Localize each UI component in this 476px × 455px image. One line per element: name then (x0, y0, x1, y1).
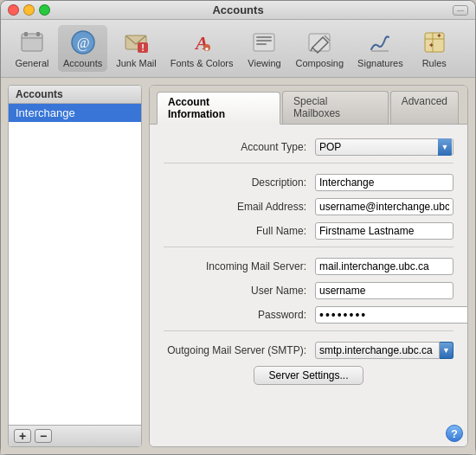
title-bar: Accounts — (1, 1, 475, 20)
rules-label: Rules (422, 58, 447, 68)
username-input[interactable] (315, 282, 453, 299)
tab-special-mailboxes-label: Special Mailboxes (293, 95, 340, 119)
email-label: Email Address: (164, 201, 315, 213)
remove-account-button[interactable]: − (35, 429, 52, 443)
account-type-label: Account Type: (164, 141, 315, 153)
tab-special-mailboxes[interactable]: Special Mailboxes (282, 91, 389, 124)
signatures-icon (366, 29, 394, 56)
description-row: Description: (164, 174, 453, 191)
general-icon (18, 29, 46, 56)
fonts-icon: A ● (188, 29, 215, 56)
sidebar-list: Interchange (9, 104, 141, 425)
sidebar-item-label: Interchange (16, 106, 75, 119)
toolbar-signatures[interactable]: Signatures (352, 25, 408, 72)
password-label: Password: (164, 309, 315, 321)
sidebar: Accounts Interchange + − (8, 85, 142, 447)
toolbar-junkmail[interactable]: ! Junk Mail (111, 25, 161, 72)
fullname-label: Full Name: (164, 225, 315, 237)
email-input[interactable] (315, 198, 453, 215)
sidebar-footer: + − (9, 425, 141, 446)
fonts-label: Fonts & Colors (170, 58, 234, 68)
svg-rect-17 (256, 43, 267, 45)
description-input[interactable] (315, 174, 453, 191)
junkmail-label: Junk Mail (116, 58, 156, 68)
svg-text:●: ● (205, 45, 209, 53)
toolbar-rules[interactable]: ✦ ✦ Rules (412, 25, 457, 72)
svg-rect-2 (36, 32, 40, 36)
description-label: Description: (164, 176, 315, 189)
incoming-server-label: Incoming Mail Server: (164, 260, 315, 272)
resize-button[interactable]: — (453, 5, 468, 16)
window-controls (8, 4, 50, 16)
toolbar-composing[interactable]: Composing (290, 25, 349, 72)
content-area: Accounts Interchange + − Account Informa… (1, 78, 475, 454)
svg-rect-0 (22, 34, 42, 51)
help-button[interactable]: ? (446, 425, 463, 442)
composing-label: Composing (295, 58, 344, 68)
toolbar: General @ Accounts ! Junk Mail (1, 20, 475, 78)
email-row: Email Address: (164, 198, 453, 215)
tab-content: Account Type: POP IMAP ▼ Description: (150, 124, 467, 446)
fullname-input[interactable] (315, 222, 453, 240)
main-window: Accounts — General @ (0, 0, 476, 455)
smtp-wrapper: smtp.interchange.ubc.ca ▼ (315, 342, 453, 359)
password-row: Password: (164, 306, 453, 324)
toolbar-accounts[interactable]: @ Accounts (58, 25, 107, 72)
toolbar-general[interactable]: General (10, 25, 55, 72)
account-type-select[interactable]: POP IMAP (315, 138, 453, 156)
divider-3 (164, 330, 453, 331)
account-type-row: Account Type: POP IMAP ▼ (164, 138, 453, 156)
incoming-server-row: Incoming Mail Server: (164, 258, 453, 275)
svg-rect-15 (256, 36, 272, 38)
svg-text:✦: ✦ (436, 32, 442, 40)
password-input[interactable] (315, 306, 467, 324)
smtp-select[interactable]: smtp.interchange.ubc.ca (315, 342, 440, 359)
tab-bar: Account Information Special Mailboxes Ad… (150, 86, 467, 124)
svg-rect-1 (24, 32, 28, 36)
add-account-button[interactable]: + (14, 429, 31, 443)
svg-text:@: @ (76, 35, 89, 51)
divider-2 (164, 247, 453, 247)
svg-text:✦: ✦ (428, 42, 434, 49)
account-type-wrapper: POP IMAP ▼ (315, 138, 453, 156)
sidebar-header: Accounts (9, 86, 141, 104)
viewing-icon (250, 29, 278, 56)
svg-text:!: ! (142, 42, 145, 53)
smtp-arrow[interactable]: ▼ (440, 342, 453, 359)
tab-account-information-label: Account Information (168, 96, 225, 120)
accounts-label: Accounts (63, 58, 102, 68)
main-panel: Account Information Special Mailboxes Ad… (149, 85, 468, 447)
junkmail-icon: ! (122, 29, 150, 56)
title-bar-right: — (453, 5, 468, 16)
smtp-row: Outgoing Mail Server (SMTP): smtp.interc… (164, 342, 453, 359)
server-settings-button[interactable]: Server Settings... (254, 366, 363, 385)
server-settings-container: Server Settings... (164, 366, 453, 385)
composing-icon (306, 29, 333, 56)
tab-account-information[interactable]: Account Information (157, 92, 280, 125)
window-title: Accounts (212, 3, 263, 16)
rules-icon: ✦ ✦ (421, 29, 448, 56)
viewing-label: Viewing (248, 58, 280, 68)
smtp-label: Outgoing Mail Server (SMTP): (164, 344, 315, 356)
tab-advanced-label: Advanced (402, 95, 447, 107)
divider-1 (164, 163, 453, 163)
svg-rect-16 (256, 40, 272, 42)
incoming-server-input[interactable] (315, 258, 453, 275)
sidebar-item-interchange[interactable]: Interchange (9, 104, 141, 122)
toolbar-fonts[interactable]: A ● Fonts & Colors (165, 25, 239, 72)
maximize-button[interactable] (39, 4, 50, 16)
fullname-row: Full Name: (164, 222, 453, 240)
username-row: User Name: (164, 282, 453, 299)
minimize-button[interactable] (23, 4, 35, 16)
general-label: General (15, 58, 48, 68)
accounts-icon: @ (69, 29, 97, 56)
tab-advanced[interactable]: Advanced (390, 91, 459, 124)
toolbar-viewing[interactable]: Viewing (241, 25, 286, 72)
signatures-label: Signatures (357, 58, 403, 68)
close-button[interactable] (8, 4, 19, 16)
username-label: User Name: (164, 285, 315, 297)
